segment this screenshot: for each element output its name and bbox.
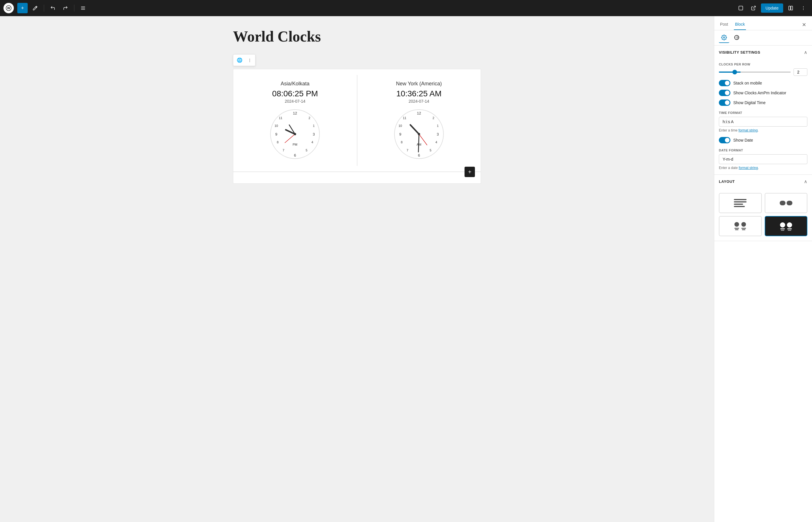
stack-on-mobile-label: Stack on mobile <box>733 81 762 85</box>
svg-text:11: 11 <box>279 116 282 120</box>
show-digital-row: Show Digital Time <box>719 98 807 107</box>
svg-rect-60 <box>735 229 738 230</box>
svg-rect-64 <box>780 228 785 229</box>
tab-icon-settings[interactable] <box>719 33 729 43</box>
toolbar-right: Update <box>736 3 809 13</box>
preview-button[interactable] <box>748 3 759 13</box>
canvas-area: World Clocks 🌐 ⋮ Asia/Kolkata 08:06:25 P… <box>0 16 714 522</box>
layout-option-1[interactable] <box>719 193 762 213</box>
svg-rect-65 <box>787 228 792 229</box>
visibility-section: Visibility Settings ∧ CLOCKS PER ROW Sta… <box>714 45 812 175</box>
svg-text:12: 12 <box>417 111 421 115</box>
svg-text:3: 3 <box>313 132 315 136</box>
svg-point-48 <box>724 37 725 38</box>
svg-text:7: 7 <box>283 148 284 152</box>
clocks-divider <box>233 172 481 172</box>
svg-point-62 <box>780 222 785 227</box>
svg-point-47 <box>418 133 420 135</box>
svg-rect-8 <box>791 6 793 10</box>
layout-section-header[interactable]: Layout ∧ <box>714 175 812 188</box>
settings-panel-button[interactable] <box>786 3 796 13</box>
clocks-per-row-slider[interactable] <box>719 72 791 73</box>
separator-2 <box>74 5 75 12</box>
svg-point-63 <box>787 222 792 227</box>
clock-timezone-2: New York (America) <box>396 81 442 87</box>
clock-timezone-1: Asia/Kolkata <box>281 81 309 87</box>
more-options-button[interactable] <box>798 3 809 13</box>
time-format-link[interactable]: format string <box>738 128 758 133</box>
svg-text:10: 10 <box>275 124 278 127</box>
sidebar-tab-icons <box>714 30 812 45</box>
svg-text:W: W <box>7 6 11 10</box>
date-format-label: DATE FORMAT <box>719 148 807 152</box>
add-block-toolbar-button[interactable]: + <box>17 3 28 13</box>
svg-text:7: 7 <box>407 148 408 152</box>
show-ampm-toggle[interactable] <box>719 90 730 96</box>
clocks-per-row-input[interactable] <box>794 68 807 76</box>
redo-button[interactable] <box>60 3 70 13</box>
block-more-button[interactable]: ⋮ <box>245 56 254 64</box>
svg-point-10 <box>803 8 804 8</box>
visibility-collapse-button[interactable]: ∧ <box>804 49 807 55</box>
update-button[interactable]: Update <box>761 3 783 13</box>
show-digital-toggle[interactable] <box>719 100 730 106</box>
svg-text:PM: PM <box>293 143 298 146</box>
sidebar: Post Block ✕ Visibility Settings ∧ CLOCK… <box>714 16 812 522</box>
svg-text:8: 8 <box>401 140 403 144</box>
svg-text:9: 9 <box>276 132 278 136</box>
svg-text:9: 9 <box>399 132 401 136</box>
svg-text:4: 4 <box>311 140 313 144</box>
visibility-section-header[interactable]: Visibility Settings ∧ <box>714 45 812 59</box>
layout-option-4[interactable] <box>765 216 808 236</box>
svg-text:6: 6 <box>294 153 296 158</box>
undo-button[interactable] <box>47 3 58 13</box>
svg-text:1: 1 <box>437 124 439 127</box>
tab-post[interactable]: Post <box>719 20 729 30</box>
date-format-input[interactable] <box>719 154 807 164</box>
svg-rect-59 <box>742 228 746 229</box>
show-date-row: Show Date <box>719 135 807 145</box>
show-date-toggle[interactable] <box>719 137 730 143</box>
list-view-button[interactable] <box>78 3 88 13</box>
date-format-link[interactable]: format string <box>739 166 758 170</box>
layout-option-2[interactable] <box>765 193 808 213</box>
svg-rect-61 <box>742 229 745 230</box>
canvas-content: World Clocks 🌐 ⋮ Asia/Kolkata 08:06:25 P… <box>233 28 481 510</box>
layout-section-title: Layout <box>719 179 735 184</box>
svg-rect-66 <box>781 230 784 231</box>
app-container: World Clocks 🌐 ⋮ Asia/Kolkata 08:06:25 P… <box>0 16 812 522</box>
svg-point-9 <box>803 6 804 7</box>
tab-block[interactable]: Block <box>734 20 746 30</box>
block-toolbar-strip: 🌐 ⋮ <box>233 54 256 66</box>
tools-button[interactable] <box>30 3 40 13</box>
svg-text:12: 12 <box>293 111 297 115</box>
clock-digital-1: 08:06:25 PM <box>272 89 318 98</box>
tab-icon-styles[interactable] <box>732 33 742 43</box>
svg-rect-58 <box>734 228 739 229</box>
layout-collapse-button[interactable]: ∧ <box>804 179 807 184</box>
svg-point-11 <box>803 9 804 10</box>
svg-rect-50 <box>734 199 747 200</box>
svg-rect-7 <box>789 6 790 10</box>
add-block-button[interactable]: + <box>465 167 475 177</box>
svg-text:3: 3 <box>437 132 439 136</box>
svg-point-56 <box>734 222 739 227</box>
svg-point-57 <box>742 222 746 227</box>
svg-text:1: 1 <box>313 124 314 127</box>
analog-clock-1: 12 3 6 9 2 1 4 5 7 8 10 <box>269 108 321 160</box>
block-toolbar-wrapper: 🌐 ⋮ <box>233 54 256 66</box>
toolbar: W + Update <box>0 0 812 16</box>
svg-rect-55 <box>787 201 792 205</box>
layout-option-3[interactable] <box>719 216 762 236</box>
sidebar-close-button[interactable]: ✕ <box>801 20 807 30</box>
block-icon-button[interactable]: 🌐 <box>235 56 245 65</box>
visibility-section-title: Visibility Settings <box>719 50 760 55</box>
wp-logo: W <box>3 3 14 13</box>
stack-on-mobile-toggle[interactable] <box>719 80 730 86</box>
clock-item-1: Asia/Kolkata 08:06:25 PM 2024-07-14 12 3… <box>233 75 357 166</box>
clock-date-2: 2024-07-14 <box>409 99 429 103</box>
time-format-input[interactable] <box>719 117 807 127</box>
view-button[interactable] <box>736 3 746 13</box>
date-format-helper: Enter a date format string. <box>719 166 807 170</box>
svg-rect-54 <box>780 201 786 205</box>
